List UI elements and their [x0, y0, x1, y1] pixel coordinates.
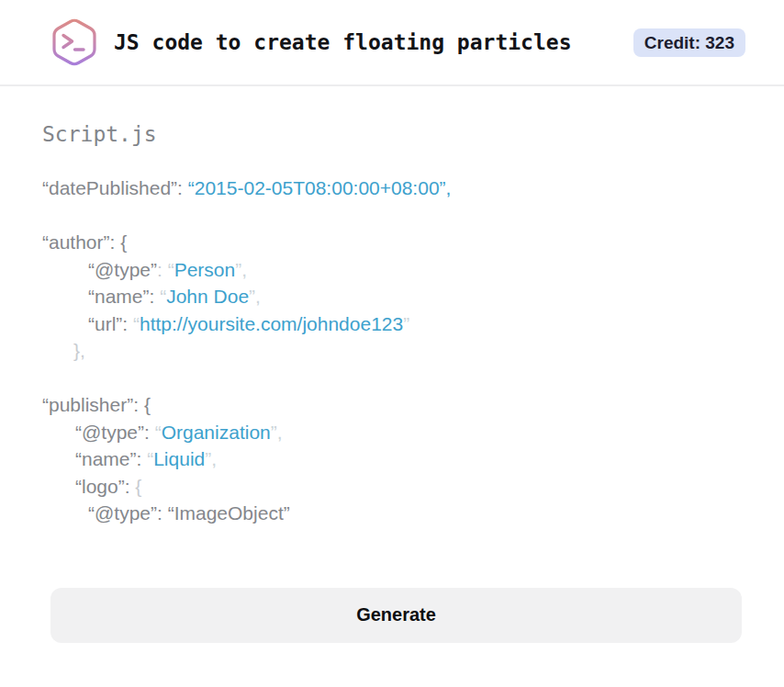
code-blank-line	[42, 365, 742, 392]
code-token: “url”:	[88, 313, 133, 334]
code-token: ”,	[205, 448, 217, 469]
terminal-logo-icon	[48, 16, 101, 69]
code-token: ”	[403, 313, 409, 334]
code-token: “datePublished”:	[42, 177, 188, 198]
code-token: “	[168, 259, 174, 280]
code-block: “datePublished”: “2015-02-05T08:00:00+08…	[42, 175, 742, 527]
generate-button[interactable]: Generate	[50, 588, 742, 643]
code-token: {	[135, 476, 141, 497]
code-line: “@type”: “ImageObject”	[42, 500, 742, 527]
code-token: “2015-02-05T08:00:00+08:00”,	[188, 177, 452, 198]
code-line: “name”: “Liquid”,	[42, 445, 742, 473]
code-token: ”,	[235, 259, 247, 280]
code-line: “url”: “http://yoursite.com/johndoe123”	[42, 310, 742, 338]
code-line: “@type”: “Organization”,	[42, 419, 742, 446]
code-token: “publisher”: {	[42, 394, 151, 415]
code-line: “@type”: “Person”,	[42, 256, 742, 284]
code-token: “@type”:	[75, 422, 155, 443]
code-line: “logo”: {	[42, 473, 742, 501]
code-line: },	[42, 337, 742, 365]
code-token: “name”:	[88, 286, 160, 307]
code-token: ”,	[271, 422, 283, 443]
code-token: ”,	[249, 286, 261, 307]
code-token: “@type”	[88, 259, 157, 280]
code-token: Person	[174, 259, 236, 280]
code-blank-line	[42, 202, 742, 230]
code-line: “author”: {	[42, 229, 742, 256]
code-token: :	[157, 259, 168, 280]
credit-badge: Credit: 323	[633, 28, 745, 57]
code-token: “	[155, 422, 162, 443]
code-token: Liquid	[153, 448, 205, 469]
code-token: “author”: {	[42, 231, 127, 253]
code-token: “name”:	[75, 448, 147, 469]
code-token: “	[133, 313, 140, 334]
code-token: “@type”: “ImageObject”	[88, 502, 290, 524]
page-title: JS code to create floating particles	[114, 30, 572, 54]
filename-heading: Script.js	[42, 121, 742, 147]
main-content: Script.js “datePublished”: “2015-02-05T0…	[0, 86, 784, 643]
header: JS code to create floating particles Cre…	[0, 0, 784, 86]
code-token: http://yoursite.com/johndoe123	[140, 313, 403, 334]
code-token: “logo”:	[75, 476, 135, 497]
code-line: “publisher”: {	[42, 391, 742, 419]
code-token: John Doe	[166, 286, 249, 307]
code-token: Organization	[162, 422, 271, 443]
code-line: “name”: “John Doe”,	[42, 283, 742, 310]
code-token: },	[73, 340, 85, 361]
code-line: “datePublished”: “2015-02-05T08:00:00+08…	[42, 175, 742, 202]
